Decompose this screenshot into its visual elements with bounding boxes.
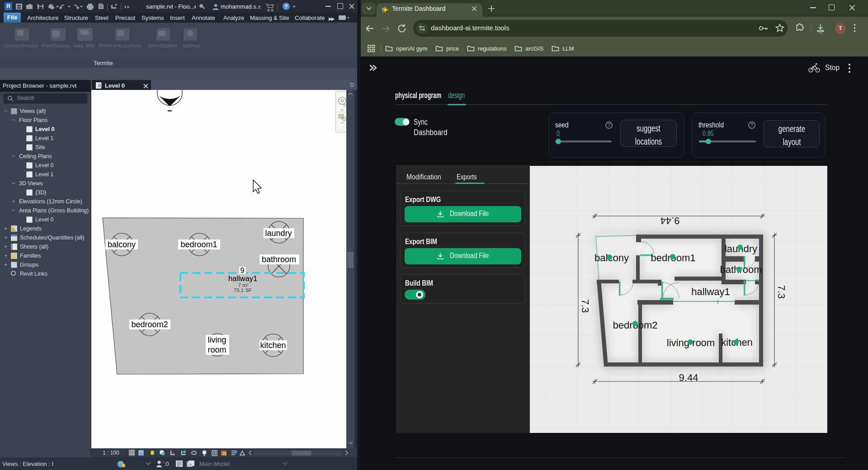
svg-text:75.1 SF: 75.1 SF bbox=[234, 287, 252, 293]
svg-text:?: ? bbox=[750, 123, 753, 128]
svg-text:?: ? bbox=[608, 123, 610, 128]
svg-text:7.3: 7.3 bbox=[776, 285, 787, 299]
svg-text:2D: 2D bbox=[343, 103, 346, 108]
svg-text:?: ? bbox=[284, 4, 288, 10]
svg-text:bedroom1: bedroom1 bbox=[180, 240, 217, 249]
svg-text:room: room bbox=[208, 345, 226, 354]
svg-text:hallway1: hallway1 bbox=[691, 286, 730, 297]
svg-text:balcony: balcony bbox=[108, 240, 136, 249]
svg-text:9.44: 9.44 bbox=[660, 215, 680, 226]
svg-text:laundry: laundry bbox=[265, 229, 292, 238]
svg-text:9.44: 9.44 bbox=[679, 372, 698, 383]
svg-text:mohammad.s...: mohammad.s... bbox=[221, 3, 261, 10]
svg-text:sample.rvt - Floo...: sample.rvt - Floo... bbox=[146, 3, 195, 10]
svg-text:7.3: 7.3 bbox=[580, 299, 591, 313]
svg-text:kitchen: kitchen bbox=[260, 341, 286, 350]
svg-text:bathroom: bathroom bbox=[262, 255, 296, 264]
svg-text:hallway1: hallway1 bbox=[228, 274, 257, 282]
svg-text:bedroom2: bedroom2 bbox=[131, 320, 168, 329]
svg-text:9: 9 bbox=[241, 267, 245, 274]
svg-text:living: living bbox=[208, 335, 226, 344]
